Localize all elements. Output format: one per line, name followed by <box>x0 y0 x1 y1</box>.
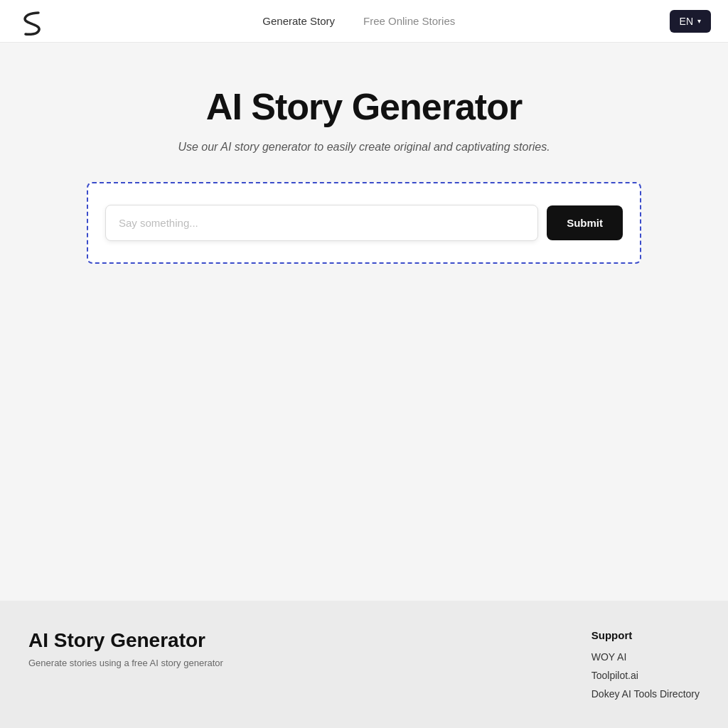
chevron-down-icon: ▾ <box>697 17 701 25</box>
footer-tagline: Generate stories using a free AI story g… <box>28 658 223 668</box>
story-input-box: Submit <box>87 182 641 264</box>
footer-right: Support WOY AI Toolpilot.ai Dokey AI Too… <box>592 629 700 700</box>
lang-label: EN <box>680 16 693 27</box>
footer-link-dokey[interactable]: Dokey AI Tools Directory <box>592 688 700 700</box>
page-title: AI Story Generator <box>206 85 522 128</box>
footer-title: AI Story Generator <box>28 629 223 652</box>
language-button[interactable]: EN ▾ <box>670 10 711 33</box>
navbar-right: EN ▾ <box>670 10 711 33</box>
navbar: Generate Story Free Online Stories EN ▾ <box>0 0 728 43</box>
footer-left: AI Story Generator Generate stories usin… <box>28 629 223 668</box>
logo-icon[interactable] <box>17 6 48 37</box>
nav-generate-story[interactable]: Generate Story <box>262 15 335 27</box>
navbar-left <box>17 6 48 37</box>
submit-button[interactable]: Submit <box>547 205 623 240</box>
footer-link-toolpilot[interactable]: Toolpilot.ai <box>592 670 638 681</box>
nav-free-stories[interactable]: Free Online Stories <box>363 15 455 27</box>
story-text-input[interactable] <box>105 205 538 241</box>
footer: AI Story Generator Generate stories usin… <box>0 601 728 728</box>
page-subtitle: Use our AI story generator to easily cre… <box>178 141 550 154</box>
footer-link-woy[interactable]: WOY AI <box>592 651 627 663</box>
main-content: AI Story Generator Use our AI story gene… <box>0 43 728 601</box>
input-row: Submit <box>105 205 623 241</box>
footer-support-heading: Support <box>592 629 633 641</box>
navbar-center: Generate Story Free Online Stories <box>262 15 455 27</box>
